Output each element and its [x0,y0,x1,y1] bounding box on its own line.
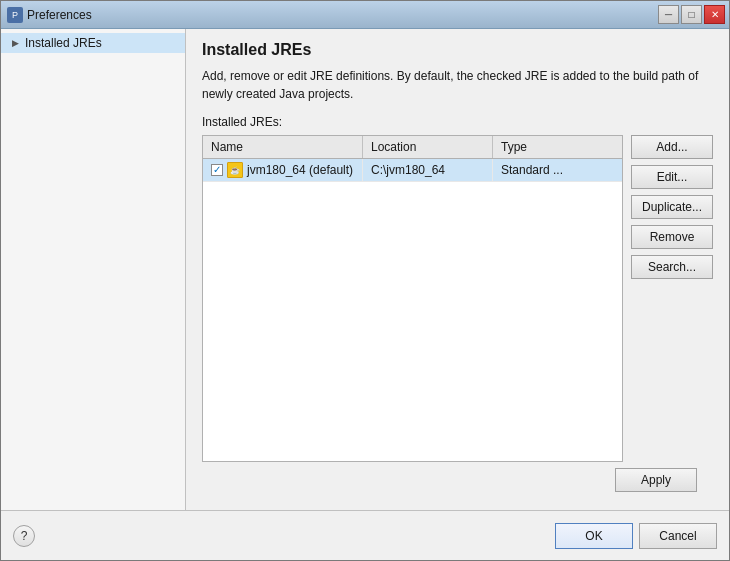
search-button[interactable]: Search... [631,255,713,279]
ok-button[interactable]: OK [555,523,633,549]
col-type: Type [493,136,583,158]
remove-button[interactable]: Remove [631,225,713,249]
sidebar-item-label: Installed JREs [25,36,102,50]
window-icon: P [7,7,23,23]
close-button[interactable]: ✕ [704,5,725,24]
table-header: Name Location Type [203,136,622,159]
panel-description: Add, remove or edit JRE definitions. By … [202,67,713,103]
footer: ? OK Cancel [1,510,729,560]
tree-arrow-icon: ▶ [9,37,21,49]
apply-row: Apply [202,462,713,498]
help-button[interactable]: ? [13,525,35,547]
sidebar: ▶ Installed JREs [1,29,186,510]
jre-checkbox[interactable] [211,164,223,176]
preferences-window: P Preferences ─ □ ✕ ▶ Installed JREs Ins… [0,0,730,561]
col-location: Location [363,136,493,158]
cell-type: Standard ... [493,159,583,181]
jre-name: jvm180_64 (default) [247,163,353,177]
action-buttons: Add... Edit... Duplicate... Remove Searc… [631,135,713,462]
sidebar-item-installed-jres[interactable]: ▶ Installed JREs [1,33,185,53]
cell-location: C:\jvm180_64 [363,159,493,181]
section-label: Installed JREs: [202,115,713,129]
window-title: Preferences [27,8,92,22]
add-button[interactable]: Add... [631,135,713,159]
minimize-button[interactable]: ─ [658,5,679,24]
edit-button[interactable]: Edit... [631,165,713,189]
table-row[interactable]: ☕ jvm180_64 (default) C:\jvm180_64 Stand… [203,159,622,182]
cancel-button[interactable]: Cancel [639,523,717,549]
col-name: Name [203,136,363,158]
content-area: ▶ Installed JREs Installed JREs Add, rem… [1,29,729,510]
cell-name: ☕ jvm180_64 (default) [203,159,363,181]
jre-icon: ☕ [227,162,243,178]
titlebar: P Preferences ─ □ ✕ [1,1,729,29]
main-panel: Installed JREs Add, remove or edit JRE d… [186,29,729,510]
duplicate-button[interactable]: Duplicate... [631,195,713,219]
panel-title: Installed JREs [202,41,713,59]
table-area: Name Location Type ☕ jvm180_64 (default)… [202,135,713,462]
titlebar-left: P Preferences [7,7,92,23]
maximize-button[interactable]: □ [681,5,702,24]
jre-table: Name Location Type ☕ jvm180_64 (default)… [202,135,623,462]
titlebar-controls: ─ □ ✕ [658,5,725,24]
apply-button[interactable]: Apply [615,468,697,492]
table-body: ☕ jvm180_64 (default) C:\jvm180_64 Stand… [203,159,622,458]
